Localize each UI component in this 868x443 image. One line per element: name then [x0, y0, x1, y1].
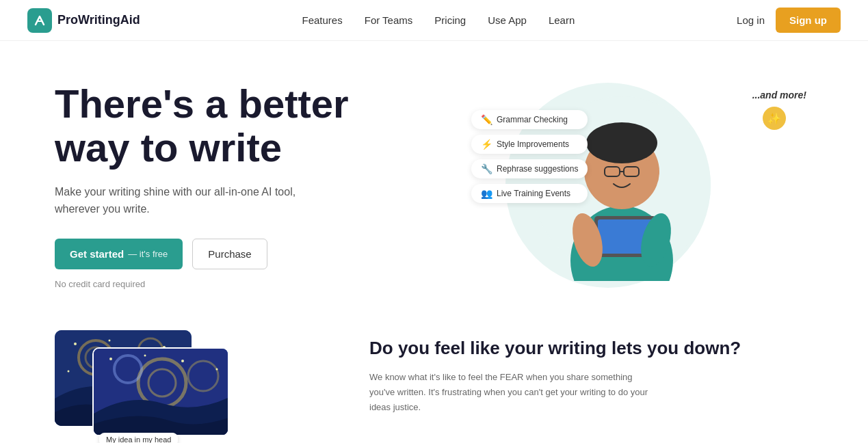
chip-training: 👥 Live Training Events [471, 184, 588, 203]
idea-bubble: My idea in my head [99, 433, 178, 443]
svg-point-29 [216, 368, 218, 370]
nav-pricing[interactable]: Pricing [434, 14, 466, 26]
style-icon: ⚡ [481, 139, 492, 150]
purchase-button[interactable]: Purchase [192, 239, 267, 269]
svg-point-27 [144, 354, 146, 356]
training-icon: 👥 [481, 188, 492, 199]
lower-heading: Do you feel like your writing lets you d… [369, 337, 813, 360]
svg-point-26 [109, 358, 112, 360]
lower-text: Do you feel like your writing lets you d… [369, 330, 813, 415]
hero-buttons: Get started — it's free Purchase [55, 239, 410, 269]
navbar: ProWritingAid Features For Teams Pricing… [0, 0, 868, 41]
chip-style: ⚡ Style Improvements [471, 135, 588, 154]
nav-for-teams[interactable]: For Teams [365, 14, 413, 26]
logo-text: ProWritingAid [57, 13, 140, 27]
logo-icon [27, 8, 52, 33]
svg-point-16 [74, 343, 77, 345]
chip-grammar: ✏️ Grammar Checking [471, 110, 588, 129]
login-button[interactable]: Log in [737, 14, 765, 26]
svg-point-28 [181, 360, 184, 362]
hero-title: There's a better way to write [55, 82, 410, 170]
nav-links: Features For Teams Pricing Use App Learn [302, 14, 575, 26]
no-credit-card-text: No credit card required [55, 279, 410, 289]
hero-subtitle: Make your writing shine with our all-in-… [55, 183, 315, 218]
grammar-icon: ✏️ [481, 114, 492, 125]
lower-body: We know what it's like to feel the FEAR … [369, 370, 657, 415]
hero-illustration: ...and more! ✨ ✏️ Grammar Checking ⚡ Sty… [471, 83, 813, 288]
lower-images: My idea in my head [55, 330, 315, 440]
feature-chips: ✏️ Grammar Checking ⚡ Style Improvements… [471, 110, 588, 203]
chip-rephrase: 🔧 Rephrase suggestions [471, 159, 588, 178]
nav-features[interactable]: Features [302, 14, 343, 26]
logo[interactable]: ProWritingAid [27, 8, 140, 33]
nav-use-app[interactable]: Use App [488, 14, 527, 26]
get-started-button[interactable]: Get started — it's free [55, 239, 183, 269]
svg-point-20 [68, 370, 70, 372]
rephrase-icon: 🔧 [481, 163, 492, 174]
signup-button[interactable]: Sign up [776, 8, 841, 33]
nav-actions: Log in Sign up [737, 8, 841, 33]
hero-section: There's a better way to write Make your … [0, 41, 868, 317]
front-card [92, 347, 229, 436]
star-badge: ✨ [763, 107, 786, 130]
nav-learn[interactable]: Learn [549, 14, 575, 26]
svg-point-3 [586, 122, 657, 163]
hero-content: There's a better way to write Make your … [55, 82, 410, 289]
starry-night-front [94, 349, 229, 436]
lower-section: My idea in my head Do you feel like your… [0, 317, 868, 443]
and-more-text: ...and more! [752, 90, 806, 100]
svg-point-17 [109, 339, 111, 341]
